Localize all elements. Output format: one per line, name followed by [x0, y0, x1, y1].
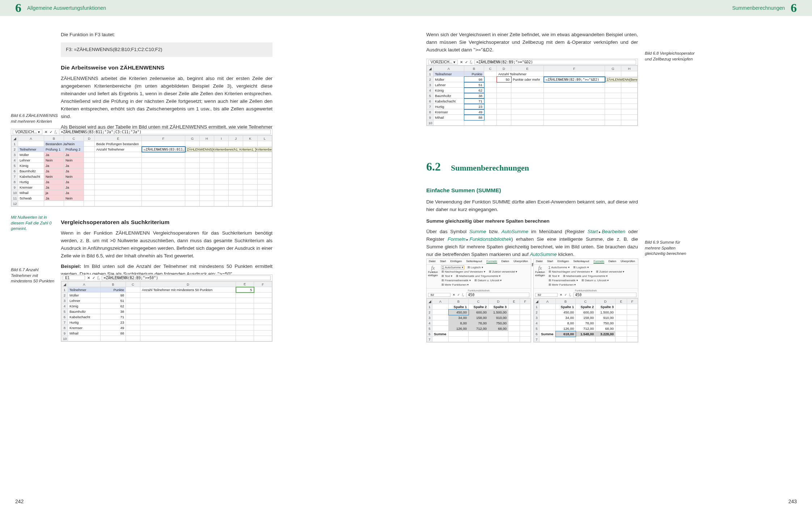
formula-bar: =ZÄHLENWENN(B2:B9;">=50")	[102, 276, 271, 280]
figure-6-6: VORZEICH... ▾ ✕ ✓ fx =ZÄHLENWENNS(B3:B11…	[11, 129, 272, 207]
fx-icon: fx	[55, 130, 57, 135]
cancel-icon: ✕	[87, 276, 90, 280]
heading-vergleich: Vergleichsoperatoren als Suchkriterium	[61, 218, 272, 227]
confirm-icon: ✓	[465, 60, 468, 64]
caption-6-9: Bild 6.9 Summe für mehrere Spalten gleic…	[645, 240, 695, 257]
caption-6-8: Bild 6.8 Vergleichsoperator und Zellbezu…	[645, 51, 695, 62]
header-left: 6 Allgemeine Auswertungsfunktionen	[0, 0, 406, 16]
formula-box: F3: =ZÄHLENWENNS(B2:B10;F1;C2:C10;F2)	[61, 42, 272, 57]
figure-6-8: VORZEICH... ▾ ✕ ✓ fx =ZÄHLENWENN(B2:B9;"…	[426, 59, 638, 126]
ribbon-right: DateiStartEinfügenSeitenlayoutFormelnDat…	[533, 258, 638, 342]
header-right: Summenberechnungen 6	[406, 0, 812, 16]
confirm-icon: ✓	[50, 130, 52, 134]
chapter-number: 6	[15, 1, 21, 15]
cancel-icon: ✕	[460, 60, 463, 64]
formula-bar: =ZÄHLENWENNS(B3:B11;"Ja";C3:C11;"Ja")	[59, 130, 271, 134]
namebox: VORZEICH... ▾	[13, 130, 42, 134]
heading-arbeitsweise: Die Arbeitsweise von ZÄHLENWENNS	[61, 63, 272, 72]
para-summe-intro: Die Verwendung der Funktion SUMME dürfte…	[426, 198, 638, 214]
heading-einfache-summen: Einfache Summen (SUMME)	[426, 186, 638, 195]
confirm-icon: ✓	[92, 276, 95, 280]
namebox: VORZEICH... ▾	[428, 60, 458, 64]
namebox: E1	[63, 276, 85, 280]
section-title: Summenberechnungen	[732, 5, 785, 11]
para-autosumme: Über das Symbol Summe bzw. AutoSumme im …	[426, 228, 638, 258]
page-number-right: 243	[788, 499, 797, 504]
cancel-icon: ✕	[45, 130, 47, 134]
grid-6-6: ◢ABCDEFGHIJKL 1Bestanden Ja/NeinBeide Pr…	[11, 135, 272, 206]
caption-6-7: Bild 6.7 Anzahl Teilnehmer mit mindesten…	[11, 267, 58, 284]
caption-6-6: Bild 6.6 ZÄHLENWENNS mit mehreren Kriter…	[11, 113, 58, 124]
page-number-left: 242	[15, 499, 24, 504]
fx-icon: fx	[470, 60, 472, 65]
para-vergleich: Wenn in der Funktion ZÄHLENWENN Vergleic…	[61, 230, 272, 260]
ribbon-left: DateiStartEinfügenSeitenlayoutFormelnDat…	[426, 258, 531, 342]
para-arbeitsweise: ZÄHLENWENNS arbeitet die Kriterien zeile…	[61, 75, 272, 121]
intro-line: Die Funktion in F3 lautet:	[61, 31, 272, 39]
para-vergleich-zelle: Wenn sich der Vergleichswert in einer Ze…	[426, 31, 638, 54]
figure-6-7: E1 ✕ ✓ fx =ZÄHLENWENN(B2:B9;">=50") ◢ABC…	[61, 274, 272, 342]
heading-mehrere-spalten: Summe gleichzeitig über mehrere Spalten …	[426, 218, 638, 225]
section-6-2: 6.2 Summenberechnungen	[426, 158, 638, 176]
fx-icon: fx	[97, 276, 100, 281]
formula-bar: =ZÄHLENWENN(B2:B9;">="&D2)	[474, 60, 636, 64]
chapter-number: 6	[791, 1, 797, 15]
chapter-title: Allgemeine Auswertungsfunktionen	[27, 5, 106, 11]
grid-6-7: ◢ABCDEF 1TeilnehmerPunkteAnzahl Teilnehm…	[61, 281, 272, 341]
grid-6-8: ◢ABCDEFGH 1TeilnehmerPunkteAnzahl Teilne…	[427, 66, 638, 126]
margin-note-null: Mit Nullwerten ist in diesem Fall die Za…	[11, 215, 58, 232]
